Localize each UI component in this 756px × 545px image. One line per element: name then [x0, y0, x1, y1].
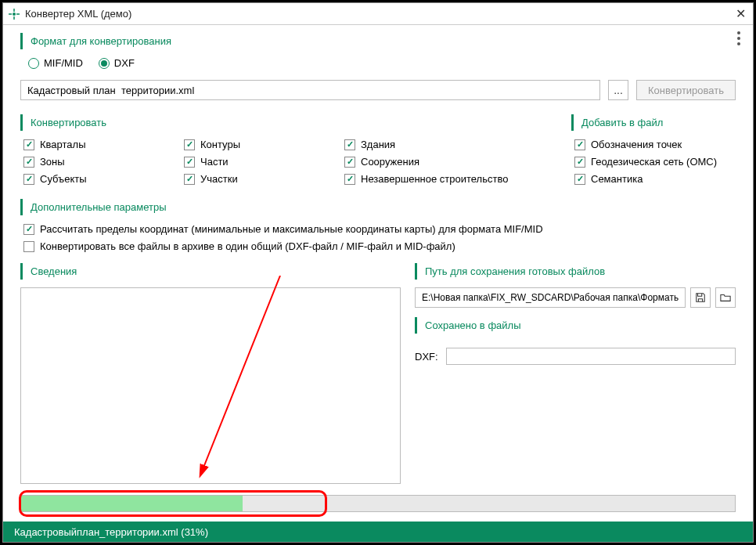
section-info: Сведения — [20, 263, 401, 280]
checkbox-box — [344, 157, 355, 168]
convert-button[interactable]: Конвертировать — [636, 80, 736, 100]
checkbox-box — [23, 224, 34, 235]
checkbox-label: Здания — [361, 139, 395, 150]
checkbox-box — [574, 139, 585, 150]
titlebar: Конвертер XML (демо) ✕ — [3, 3, 753, 25]
info-textarea[interactable] — [20, 287, 401, 484]
section-addfile: Добавить в файл — [571, 114, 736, 131]
convert-cb-5[interactable]: Сооружения — [344, 156, 528, 168]
app-window: Конвертер XML (демо) ✕ Формат для конвер… — [2, 2, 754, 543]
convert-cb-8[interactable]: Незавершенное строительство — [344, 173, 528, 185]
checkbox-label: Контуры — [200, 139, 240, 150]
param-cb-1[interactable]: Конвертировать все файлы в архиве в один… — [23, 240, 736, 252]
checkbox-label: Обозначения точек — [591, 139, 682, 150]
addfile-cb-0[interactable]: Обозначения точек — [574, 139, 736, 150]
convert-cb-6[interactable]: Субъекты — [23, 173, 184, 185]
progress-bar — [20, 495, 736, 512]
convert-cb-3[interactable]: Зоны — [23, 156, 184, 168]
browse-button[interactable]: ... — [608, 80, 628, 100]
checkbox-label: Участки — [200, 173, 238, 185]
format-radios: MIF/MID DXF — [28, 57, 736, 69]
checkbox-label: Конвертировать все файлы в архиве в один… — [40, 240, 455, 252]
close-button[interactable]: ✕ — [733, 6, 748, 22]
section-convert: Конвертировать — [20, 114, 556, 131]
folder-icon-button[interactable] — [715, 287, 736, 308]
file-input[interactable] — [20, 80, 600, 100]
window-title: Конвертер XML (демо) — [25, 8, 733, 20]
param-cb-0[interactable]: Рассчитать пределы координат (минимальны… — [23, 223, 736, 235]
checkbox-label: Зоны — [40, 156, 65, 168]
progress-container — [20, 495, 736, 512]
checkbox-box — [23, 241, 34, 252]
content-area: Формат для конвертирования MIF/MID DXF .… — [3, 25, 753, 522]
checkbox-label: Незавершенное строительство — [361, 173, 508, 185]
checkbox-box — [184, 174, 195, 185]
checkbox-box — [574, 174, 585, 185]
dxf-label: DXF: — [415, 351, 438, 363]
svg-point-0 — [13, 13, 16, 16]
checkbox-label: Субъекты — [40, 173, 87, 185]
checkbox-label: Семантика — [591, 173, 643, 185]
checkbox-box — [23, 157, 34, 168]
progress-fill — [21, 496, 243, 511]
checkbox-box — [344, 139, 355, 150]
checkbox-label: Кварталы — [40, 139, 85, 150]
dxf-input[interactable] — [446, 348, 736, 365]
path-input[interactable] — [415, 287, 686, 308]
statusbar: Кадастровыйплан_территории.xml (31%) — [3, 522, 753, 542]
checkbox-box — [184, 157, 195, 168]
checkbox-box — [23, 139, 34, 150]
addfile-cb-1[interactable]: Геодезическая сеть (ОМС) — [574, 156, 736, 168]
file-row: ... Конвертировать — [20, 80, 736, 100]
checkbox-box — [344, 174, 355, 185]
app-icon — [8, 8, 20, 20]
checkbox-box — [184, 139, 195, 150]
checkbox-box — [23, 174, 34, 185]
checkbox-label: Геодезическая сеть (ОМС) — [591, 156, 717, 168]
checkbox-label: Части — [200, 156, 229, 168]
section-savepath: Путь для сохранения готовых файлов — [415, 263, 736, 280]
section-format: Формат для конвертирования — [20, 33, 736, 49]
section-saved: Сохранено в файлы — [415, 317, 736, 334]
checkbox-box — [574, 157, 585, 168]
section-params: Дополнительные параметры — [20, 199, 736, 215]
convert-cb-4[interactable]: Части — [184, 156, 344, 168]
checkbox-label: Сооружения — [361, 156, 419, 168]
convert-cb-1[interactable]: Контуры — [184, 139, 344, 150]
addfile-cb-2[interactable]: Семантика — [574, 173, 736, 185]
radio-dxf[interactable]: DXF — [99, 57, 135, 69]
status-text: Кадастровыйплан_территории.xml (31%) — [14, 526, 208, 538]
checkbox-label: Рассчитать пределы координат (минимальны… — [40, 223, 543, 235]
addfile-checkboxes: Обозначения точекГеодезическая сеть (ОМС… — [574, 139, 736, 185]
params-checkboxes: Рассчитать пределы координат (минимальны… — [23, 223, 736, 252]
convert-cb-2[interactable]: Здания — [344, 139, 528, 150]
convert-checkboxes: КварталыКонтурыЗданияЗоныЧастиСооружения… — [23, 139, 556, 185]
convert-cb-7[interactable]: Участки — [184, 173, 344, 185]
convert-cb-0[interactable]: Кварталы — [23, 139, 184, 150]
menu-button[interactable] — [734, 28, 743, 49]
save-icon-button[interactable] — [690, 287, 711, 308]
radio-mif[interactable]: MIF/MID — [28, 57, 83, 69]
